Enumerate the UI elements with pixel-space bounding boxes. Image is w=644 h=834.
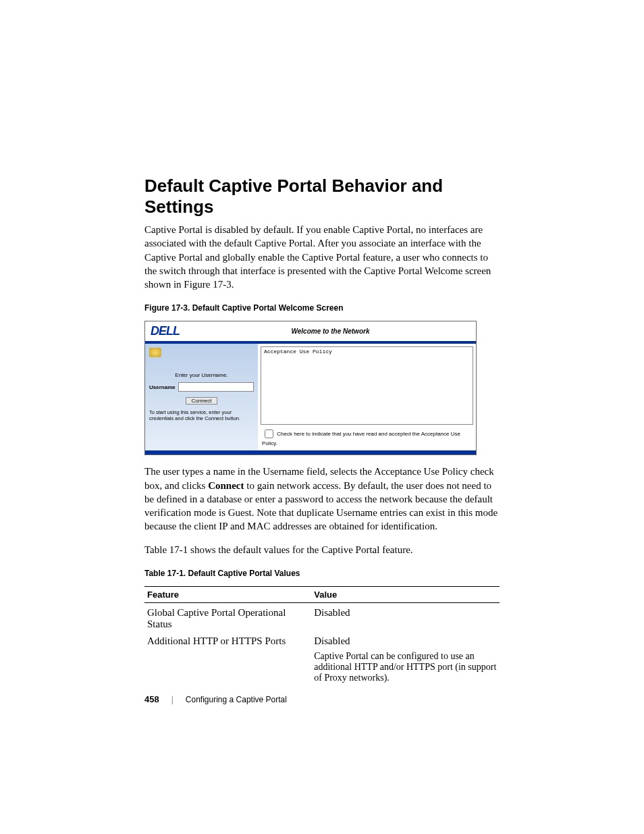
- dell-logo: DELL: [145, 321, 185, 341]
- col-feature: Feature: [144, 586, 311, 602]
- default-values-table: Feature Value Global Captive Portal Oper…: [144, 586, 500, 685]
- acceptance-policy-box: Acceptance Use Policy: [261, 346, 473, 425]
- connect-button[interactable]: Connect: [186, 397, 218, 405]
- username-input[interactable]: [178, 382, 254, 392]
- username-label: Username: [149, 384, 176, 390]
- footer-separator: |: [171, 695, 173, 704]
- accept-policy-text: Check here to indicate that you have rea…: [262, 431, 460, 446]
- captive-portal-screenshot: DELL Welcome to the Network Enter your U…: [144, 321, 477, 455]
- start-note: To start using this service, enter your …: [149, 410, 254, 421]
- footer-section: Configuring a Captive Portal: [186, 695, 287, 704]
- cell-value: Disabled: [311, 631, 500, 648]
- cell-feature: Additional HTTP or HTTPS Ports: [144, 631, 311, 648]
- table-caption: Table 17-1. Default Captive Portal Value…: [144, 569, 500, 578]
- page-footer: 458 | Configuring a Captive Portal: [144, 694, 287, 704]
- table-row: Global Captive Portal Operational Status…: [144, 602, 500, 631]
- page-number: 458: [144, 694, 159, 704]
- table-row: Captive Portal can be configured to use …: [144, 648, 500, 685]
- portal-bottombar: [145, 450, 476, 454]
- post-figure-paragraph-1: The user types a name in the Username fi…: [144, 465, 500, 533]
- cell-value-note: Captive Portal can be configured to use …: [311, 648, 500, 685]
- welcome-title: Welcome to the Network: [185, 328, 476, 335]
- section-heading: Default Captive Portal Behavior and Sett…: [144, 176, 500, 217]
- cell-value: Disabled: [311, 602, 500, 631]
- figure-caption: Figure 17-3. Default Captive Portal Welc…: [144, 303, 500, 313]
- post-figure-paragraph-2: Table 17-1 shows the default values for …: [144, 543, 500, 556]
- accept-policy-checkbox[interactable]: [265, 429, 273, 438]
- cell-feature: Global Captive Portal Operational Status: [144, 602, 311, 631]
- key-icon: [149, 348, 161, 357]
- table-header-row: Feature Value: [144, 586, 500, 602]
- table-row: Additional HTTP or HTTPS Ports Disabled: [144, 631, 500, 648]
- intro-paragraph: Captive Portal is disabled by default. I…: [144, 223, 500, 291]
- enter-username-prompt: Enter your Username.: [149, 372, 254, 378]
- col-value: Value: [311, 586, 500, 602]
